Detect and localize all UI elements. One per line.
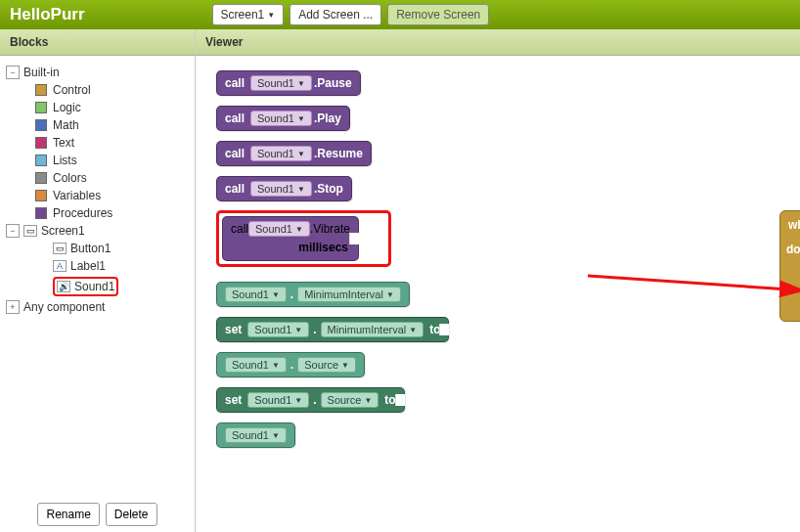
tree-item-control[interactable]: Control [6,81,189,99]
add-screen-button[interactable]: Add Screen ... [289,4,381,25]
tree-item-variables[interactable]: Variables [6,187,189,204]
when-button-click-block[interactable]: when Button1▼ .Click do call Sound1▼ .Pl… [779,210,800,322]
call-sound-play-block[interactable]: call Sound1▼ .Play [216,106,350,131]
call-sound-stop-block[interactable]: call Sound1▼ .Stop [216,176,352,201]
tree-component-sound1[interactable]: 🔊 Sound1 [6,275,189,298]
set-source-block[interactable]: set Sound1▼ . Source▼ to [216,387,405,413]
tree-item-colors[interactable]: Colors [6,169,189,187]
input-notch-icon [395,394,405,406]
sound-dropdown[interactable]: Sound1▼ [250,181,312,197]
sound-chip-label: Sound1 [232,288,269,300]
sound-dropdown[interactable]: Sound1▼ [225,287,287,302]
do-keyword: do [786,237,800,315]
vibrate-highlight: call Sound1▼ .Vibrate millisecs [216,210,391,267]
prop-chip-label: Source [328,394,362,406]
input-notch-icon [439,324,449,335]
screen-icon: ▭ [23,225,37,237]
blocks-panel: Blocks − Built-in Control Logic Math [0,29,196,532]
collapse-icon[interactable]: − [6,224,20,238]
sound-dropdown[interactable]: Sound1▼ [248,221,310,237]
tree-component-label: Button1 [70,242,111,255]
caret-down-icon: ▼ [272,361,280,370]
label-icon: A [53,260,67,272]
remove-screen-label: Remove Screen [396,8,480,22]
tree-item-label: Colors [53,171,87,185]
tree-item-label: Lists [53,154,77,167]
viewer-workspace[interactable]: call Sound1▼ .Pause call Sound1▼ .Play c… [196,56,800,532]
sound-chip-label: Sound1 [232,359,269,371]
sound-chip-label: Sound1 [257,77,294,89]
tree-item-label: Logic [53,101,81,114]
tree-item-logic[interactable]: Logic [6,99,189,116]
viewer-panel: Viewer call Sound1▼ .Pause call Sound1▼ … [196,29,800,532]
app-title: HelloPurr [10,5,85,24]
call-sound-vibrate-block[interactable]: call Sound1▼ .Vibrate millisecs [222,216,359,261]
sound-dropdown[interactable]: Sound1▼ [250,146,312,161]
set-keyword: set [225,393,242,407]
tree-component-label1[interactable]: A Label1 [6,257,189,275]
rename-button[interactable]: Rename [37,503,99,526]
main-area: Blocks − Built-in Control Logic Math [0,29,800,532]
dot-label: . [313,323,316,336]
screen-selector[interactable]: Screen1 ▼ [212,4,285,25]
text-color-icon [35,137,47,149]
property-dropdown[interactable]: MinimumInterval▼ [297,287,401,302]
colors-color-icon [35,172,47,184]
sound-chip-label: Sound1 [257,183,294,195]
set-mininterval-block[interactable]: set Sound1▼ . MinimumInterval▼ to [216,317,449,342]
tree-item-math[interactable]: Math [6,116,189,134]
sound-dropdown[interactable]: Sound1▼ [225,357,287,373]
annotation-arrow-icon [588,246,800,305]
property-dropdown[interactable]: Source▼ [321,392,379,408]
call-sound-pause-block[interactable]: call Sound1▼ .Pause [216,70,361,96]
caret-down-icon: ▼ [297,79,305,88]
get-source-block[interactable]: Sound1▼ . Source▼ [216,352,365,377]
tree-screen[interactable]: − ▭ Screen1 [6,222,189,240]
math-color-icon [35,119,47,131]
sound-icon: 🔊 [57,281,70,292]
screen-selector-label: Screen1 [221,8,265,22]
sound-block-drawer: call Sound1▼ .Pause call Sound1▼ .Play c… [216,66,451,453]
caret-down-icon: ▼ [294,396,302,405]
tree-item-lists[interactable]: Lists [6,152,189,169]
delete-button[interactable]: Delete [106,503,157,526]
sound-dropdown[interactable]: Sound1▼ [247,322,309,337]
get-mininterval-block[interactable]: Sound1▼ . MinimumInterval▼ [216,282,410,307]
call-keyword: call [225,76,244,90]
call-keyword: call [225,147,244,160]
sound-dropdown[interactable]: Sound1▼ [225,427,287,443]
remove-screen-button[interactable]: Remove Screen [387,4,489,25]
property-dropdown[interactable]: MinimumInterval▼ [321,322,424,337]
dot-label: . [290,288,293,301]
sound-component-block[interactable]: Sound1▼ [216,422,295,448]
sound-dropdown[interactable]: Sound1▼ [247,392,309,408]
variables-color-icon [35,190,47,201]
svg-line-0 [588,276,800,290]
tree-component-button1[interactable]: ▭ Button1 [6,240,189,257]
tree-item-text[interactable]: Text [6,134,189,152]
tree-item-label: Math [53,118,79,132]
tree-item-label: Procedures [53,206,112,220]
add-screen-label: Add Screen ... [298,8,373,22]
caret-down-icon: ▼ [341,361,349,370]
expand-icon[interactable]: + [6,300,20,314]
control-color-icon [35,84,47,96]
tree-any-component[interactable]: + Any component [6,298,189,316]
lists-color-icon [35,155,47,166]
sound-dropdown[interactable]: Sound1▼ [250,111,312,126]
call-keyword: call [231,222,248,236]
dot-label: . [313,393,316,407]
property-dropdown[interactable]: Source▼ [297,357,356,373]
sound-chip-label: Sound1 [257,148,294,159]
sound-chip-label: Sound1 [254,324,291,335]
button-icon: ▭ [53,243,67,254]
tree-builtin[interactable]: − Built-in [6,64,189,81]
sound-dropdown[interactable]: Sound1▼ [250,75,312,91]
tree-any-component-label: Any component [23,300,105,314]
call-sound-resume-block[interactable]: call Sound1▼ .Resume [216,141,372,166]
caret-down-icon: ▼ [294,326,302,334]
call-keyword: call [225,111,244,125]
caret-down-icon: ▼ [272,431,280,440]
collapse-icon[interactable]: − [6,66,20,79]
tree-item-procedures[interactable]: Procedures [6,204,189,222]
